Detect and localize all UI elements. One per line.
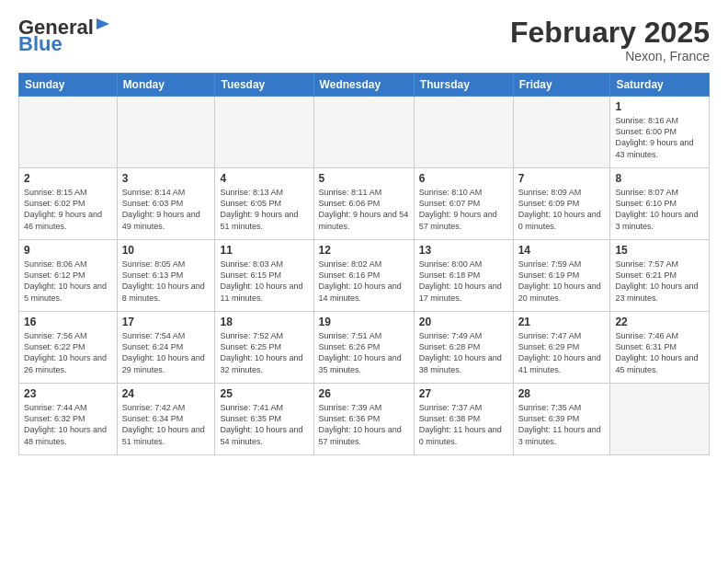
calendar-day-cell: 15Sunrise: 7:57 AM Sunset: 6:21 PM Dayli… xyxy=(610,240,710,312)
calendar-day-cell: 27Sunrise: 7:37 AM Sunset: 6:38 PM Dayli… xyxy=(414,384,513,455)
calendar-day-cell xyxy=(19,97,118,168)
col-friday: Friday xyxy=(513,74,610,97)
day-info: Sunrise: 8:11 AM Sunset: 6:06 PM Dayligh… xyxy=(319,187,409,232)
day-number: 20 xyxy=(419,316,508,328)
day-number: 6 xyxy=(419,172,508,185)
day-number: 21 xyxy=(518,316,606,328)
day-info: Sunrise: 7:56 AM Sunset: 6:22 PM Dayligh… xyxy=(24,330,112,375)
day-number: 16 xyxy=(24,316,112,328)
calendar-day-cell: 23Sunrise: 7:44 AM Sunset: 6:32 PM Dayli… xyxy=(19,384,118,455)
calendar-day-cell: 17Sunrise: 7:54 AM Sunset: 6:24 PM Dayli… xyxy=(117,312,215,384)
day-info: Sunrise: 7:49 AM Sunset: 6:28 PM Dayligh… xyxy=(419,330,508,375)
day-number: 19 xyxy=(319,316,409,328)
calendar-day-cell xyxy=(215,97,313,168)
day-info: Sunrise: 8:03 AM Sunset: 6:15 PM Dayligh… xyxy=(220,259,308,304)
calendar-day-cell: 20Sunrise: 7:49 AM Sunset: 6:28 PM Dayli… xyxy=(414,312,513,384)
day-number: 17 xyxy=(122,316,210,328)
day-number: 7 xyxy=(518,172,606,185)
calendar-day-cell: 26Sunrise: 7:39 AM Sunset: 6:36 PM Dayli… xyxy=(313,384,414,455)
day-number: 24 xyxy=(122,387,210,400)
calendar-day-cell xyxy=(414,97,513,168)
day-info: Sunrise: 7:37 AM Sunset: 6:38 PM Dayligh… xyxy=(419,402,508,447)
day-info: Sunrise: 7:52 AM Sunset: 6:25 PM Dayligh… xyxy=(220,330,308,375)
calendar-day-cell: 5Sunrise: 8:11 AM Sunset: 6:06 PM Daylig… xyxy=(313,168,414,240)
calendar-day-cell: 12Sunrise: 8:02 AM Sunset: 6:16 PM Dayli… xyxy=(313,240,414,312)
calendar-day-cell: 1Sunrise: 8:16 AM Sunset: 6:00 PM Daylig… xyxy=(610,97,710,168)
day-info: Sunrise: 7:39 AM Sunset: 6:36 PM Dayligh… xyxy=(319,402,409,447)
day-info: Sunrise: 8:05 AM Sunset: 6:13 PM Dayligh… xyxy=(122,259,210,304)
col-wednesday: Wednesday xyxy=(313,74,414,97)
day-info: Sunrise: 7:47 AM Sunset: 6:29 PM Dayligh… xyxy=(518,330,606,375)
calendar-table: Sunday Monday Tuesday Wednesday Thursday… xyxy=(18,73,710,455)
day-info: Sunrise: 7:51 AM Sunset: 6:26 PM Dayligh… xyxy=(319,330,409,375)
day-number: 23 xyxy=(24,387,112,400)
day-info: Sunrise: 8:13 AM Sunset: 6:05 PM Dayligh… xyxy=(220,187,308,232)
day-number: 22 xyxy=(615,316,704,328)
day-number: 28 xyxy=(518,387,606,400)
day-info: Sunrise: 7:59 AM Sunset: 6:19 PM Dayligh… xyxy=(518,259,606,304)
day-info: Sunrise: 8:16 AM Sunset: 6:00 PM Dayligh… xyxy=(615,115,704,160)
col-monday: Monday xyxy=(117,74,215,97)
calendar-week-row: 23Sunrise: 7:44 AM Sunset: 6:32 PM Dayli… xyxy=(19,384,710,455)
calendar-day-cell xyxy=(117,97,215,168)
day-info: Sunrise: 8:06 AM Sunset: 6:12 PM Dayligh… xyxy=(24,259,112,304)
day-number: 26 xyxy=(319,387,409,400)
day-number: 8 xyxy=(615,172,704,185)
day-number: 18 xyxy=(220,316,308,328)
calendar-day-cell: 10Sunrise: 8:05 AM Sunset: 6:13 PM Dayli… xyxy=(117,240,215,312)
day-number: 10 xyxy=(122,244,210,257)
calendar-week-row: 9Sunrise: 8:06 AM Sunset: 6:12 PM Daylig… xyxy=(19,240,710,312)
col-sunday: Sunday xyxy=(19,74,118,97)
title-block: February 2025 Nexon, France xyxy=(510,17,710,63)
day-info: Sunrise: 7:42 AM Sunset: 6:34 PM Dayligh… xyxy=(122,402,210,447)
day-info: Sunrise: 8:14 AM Sunset: 6:03 PM Dayligh… xyxy=(122,187,210,232)
day-number: 9 xyxy=(24,244,112,257)
calendar-day-cell: 11Sunrise: 8:03 AM Sunset: 6:15 PM Dayli… xyxy=(215,240,313,312)
calendar-header-row: Sunday Monday Tuesday Wednesday Thursday… xyxy=(19,74,710,97)
day-number: 12 xyxy=(319,244,409,257)
day-number: 15 xyxy=(615,244,704,257)
calendar-day-cell: 14Sunrise: 7:59 AM Sunset: 6:19 PM Dayli… xyxy=(513,240,610,312)
calendar-day-cell: 22Sunrise: 7:46 AM Sunset: 6:31 PM Dayli… xyxy=(610,312,710,384)
day-info: Sunrise: 7:41 AM Sunset: 6:35 PM Dayligh… xyxy=(220,402,308,447)
calendar-day-cell: 7Sunrise: 8:09 AM Sunset: 6:09 PM Daylig… xyxy=(513,168,610,240)
calendar-week-row: 1Sunrise: 8:16 AM Sunset: 6:00 PM Daylig… xyxy=(19,97,710,168)
day-number: 25 xyxy=(220,387,308,400)
svg-marker-0 xyxy=(97,18,109,29)
day-info: Sunrise: 8:15 AM Sunset: 6:02 PM Dayligh… xyxy=(24,187,112,232)
col-thursday: Thursday xyxy=(414,74,513,97)
logo-flag-icon xyxy=(95,17,111,37)
calendar-week-row: 2Sunrise: 8:15 AM Sunset: 6:02 PM Daylig… xyxy=(19,168,710,240)
logo-blue-text: Blue xyxy=(18,34,63,54)
calendar-day-cell: 13Sunrise: 8:00 AM Sunset: 6:18 PM Dayli… xyxy=(414,240,513,312)
calendar-day-cell: 25Sunrise: 7:41 AM Sunset: 6:35 PM Dayli… xyxy=(215,384,313,455)
calendar-day-cell: 28Sunrise: 7:35 AM Sunset: 6:39 PM Dayli… xyxy=(513,384,610,455)
day-number: 5 xyxy=(319,172,409,185)
calendar-day-cell: 21Sunrise: 7:47 AM Sunset: 6:29 PM Dayli… xyxy=(513,312,610,384)
calendar-day-cell: 8Sunrise: 8:07 AM Sunset: 6:10 PM Daylig… xyxy=(610,168,710,240)
day-info: Sunrise: 8:09 AM Sunset: 6:09 PM Dayligh… xyxy=(518,187,606,232)
calendar-day-cell: 3Sunrise: 8:14 AM Sunset: 6:03 PM Daylig… xyxy=(117,168,215,240)
month-title: February 2025 xyxy=(510,17,710,49)
day-info: Sunrise: 7:35 AM Sunset: 6:39 PM Dayligh… xyxy=(518,402,606,447)
day-number: 4 xyxy=(220,172,308,185)
day-number: 14 xyxy=(518,244,606,257)
calendar-day-cell xyxy=(513,97,610,168)
day-info: Sunrise: 8:10 AM Sunset: 6:07 PM Dayligh… xyxy=(419,187,508,232)
col-saturday: Saturday xyxy=(610,74,710,97)
day-info: Sunrise: 7:54 AM Sunset: 6:24 PM Dayligh… xyxy=(122,330,210,375)
calendar-day-cell xyxy=(313,97,414,168)
calendar-day-cell: 4Sunrise: 8:13 AM Sunset: 6:05 PM Daylig… xyxy=(215,168,313,240)
day-number: 13 xyxy=(419,244,508,257)
header: General Blue February 2025 Nexon, France xyxy=(18,17,710,63)
day-info: Sunrise: 8:02 AM Sunset: 6:16 PM Dayligh… xyxy=(319,259,409,304)
day-number: 11 xyxy=(220,244,308,257)
col-tuesday: Tuesday xyxy=(215,74,313,97)
day-info: Sunrise: 7:46 AM Sunset: 6:31 PM Dayligh… xyxy=(615,330,704,375)
calendar-day-cell: 2Sunrise: 8:15 AM Sunset: 6:02 PM Daylig… xyxy=(19,168,118,240)
calendar-day-cell: 19Sunrise: 7:51 AM Sunset: 6:26 PM Dayli… xyxy=(313,312,414,384)
day-info: Sunrise: 8:00 AM Sunset: 6:18 PM Dayligh… xyxy=(419,259,508,304)
calendar-week-row: 16Sunrise: 7:56 AM Sunset: 6:22 PM Dayli… xyxy=(19,312,710,384)
calendar-day-cell: 16Sunrise: 7:56 AM Sunset: 6:22 PM Dayli… xyxy=(19,312,118,384)
day-number: 1 xyxy=(615,100,704,113)
